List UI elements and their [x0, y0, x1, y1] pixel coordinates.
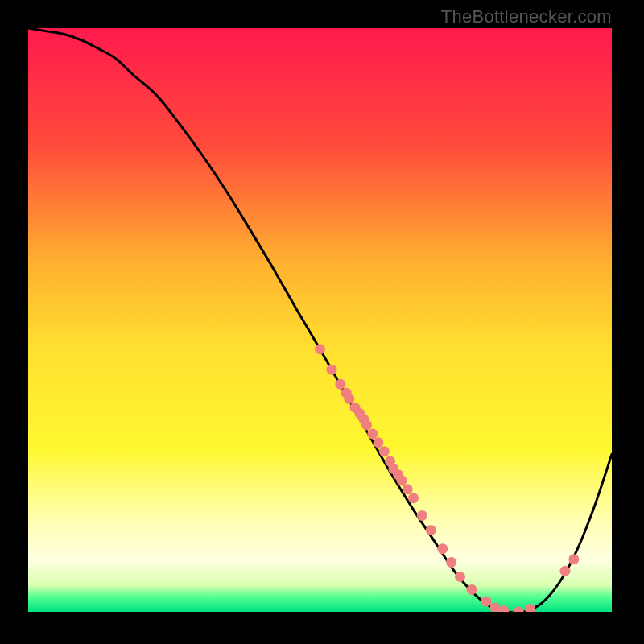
- data-marker: [344, 394, 354, 404]
- data-marker: [335, 379, 345, 390]
- chart-area: [28, 28, 612, 612]
- data-marker: [408, 493, 419, 503]
- data-marker: [437, 543, 448, 554]
- data-marker: [315, 344, 325, 354]
- gradient-background: [28, 28, 612, 612]
- data-marker: [379, 446, 390, 456]
- data-marker: [361, 420, 372, 431]
- data-marker: [560, 566, 571, 576]
- watermark-text: TheBottlenecker.com: [441, 6, 612, 27]
- data-marker: [397, 475, 407, 485]
- bottleneck-chart: [28, 28, 612, 612]
- data-marker: [374, 437, 384, 448]
- data-marker: [367, 428, 378, 439]
- data-marker: [426, 525, 436, 535]
- data-marker: [327, 365, 337, 375]
- data-marker: [481, 596, 492, 606]
- data-marker: [402, 484, 413, 494]
- data-marker: [568, 554, 579, 564]
- data-marker: [446, 557, 456, 568]
- data-marker: [455, 572, 465, 582]
- data-marker: [417, 510, 427, 521]
- data-marker: [467, 584, 477, 595]
